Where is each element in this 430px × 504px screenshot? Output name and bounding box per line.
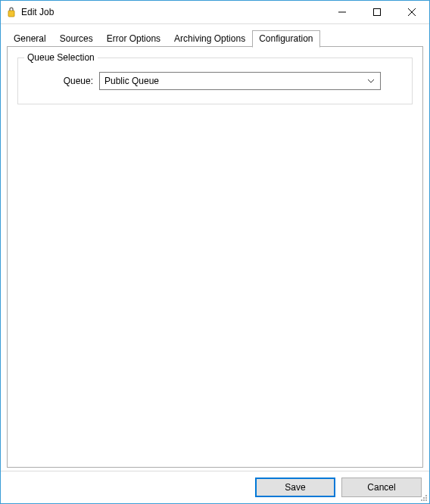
- chevron-down-icon: [365, 79, 377, 83]
- maximize-button[interactable]: [360, 1, 394, 23]
- tab-label: Archiving Options: [174, 33, 245, 44]
- svg-rect-2: [374, 9, 381, 16]
- svg-point-9: [423, 497, 425, 499]
- tab-sources[interactable]: Sources: [53, 30, 100, 47]
- resize-grip[interactable]: [419, 493, 428, 502]
- svg-rect-0: [8, 11, 14, 17]
- button-label: Cancel: [367, 482, 395, 493]
- dialog-button-bar: Save Cancel: [1, 471, 429, 503]
- group-legend: Queue Selection: [24, 52, 98, 63]
- close-button[interactable]: [394, 1, 429, 23]
- queue-label: Queue:: [29, 76, 99, 86]
- svg-point-10: [425, 495, 427, 496]
- tab-label: Sources: [60, 33, 93, 44]
- tab-error-options[interactable]: Error Options: [100, 30, 167, 47]
- tab-strip: General Sources Error Options Archiving …: [7, 30, 423, 46]
- queue-value: Public Queue: [104, 76, 365, 86]
- client-area: General Sources Error Options Archiving …: [1, 24, 429, 471]
- tab-label: General: [14, 33, 46, 44]
- svg-point-8: [421, 499, 422, 501]
- queue-row: Queue: Public Queue: [29, 72, 401, 90]
- minimize-button[interactable]: [325, 1, 360, 23]
- svg-point-7: [425, 497, 427, 499]
- button-label: Save: [285, 482, 305, 493]
- window-title: Edit Job: [21, 7, 54, 17]
- tab-general[interactable]: General: [7, 30, 53, 47]
- svg-point-6: [423, 499, 425, 501]
- tab-label: Configuration: [259, 33, 313, 44]
- edit-job-window: Edit Job General Sources Error Options A…: [0, 0, 430, 504]
- tab-panel-configuration: Queue Selection Queue: Public Queue: [7, 46, 423, 468]
- tab-archiving-options[interactable]: Archiving Options: [167, 30, 252, 47]
- window-controls: [325, 1, 429, 23]
- save-button[interactable]: Save: [255, 478, 335, 497]
- titlebar: Edit Job: [1, 1, 429, 24]
- tab-label: Error Options: [107, 33, 160, 44]
- cancel-button[interactable]: Cancel: [341, 478, 422, 497]
- tab-configuration[interactable]: Configuration: [252, 30, 319, 48]
- app-icon: [5, 6, 17, 18]
- svg-point-5: [425, 499, 427, 501]
- queue-selection-group: Queue Selection Queue: Public Queue: [17, 58, 413, 104]
- queue-combobox[interactable]: Public Queue: [99, 72, 381, 90]
